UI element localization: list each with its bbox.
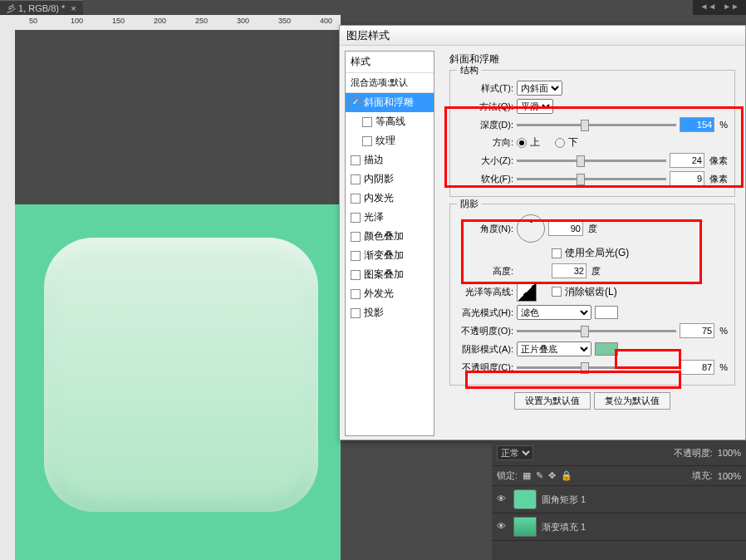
checkbox-icon[interactable] xyxy=(351,98,361,108)
dialog-title: 图层样式 xyxy=(340,26,745,46)
fill-value[interactable]: 100% xyxy=(718,471,741,481)
shading-group: 阴影 角度(N): 度 使用全局光(G) 高度: 度 xyxy=(449,204,735,386)
horizontal-ruler: 50 100 150 200 250 300 350 400 xyxy=(0,15,341,30)
vertical-ruler xyxy=(0,30,15,560)
checkbox-icon[interactable] xyxy=(351,232,361,242)
styles-list: 样式 混合选项:默认 斜面和浮雕 等高线 纹理 描边 内阴影 内发光 光泽 颜色… xyxy=(345,51,434,436)
layer-thumbnail[interactable] xyxy=(513,489,537,509)
lock-brush-icon[interactable]: ✎ xyxy=(536,470,543,481)
style-drop-shadow[interactable]: 投影 xyxy=(346,303,434,322)
styles-header[interactable]: 样式 xyxy=(346,52,434,73)
tab-close-icon[interactable]: × xyxy=(71,3,76,13)
style-gradient-overlay[interactable]: 渐变叠加 xyxy=(346,246,434,265)
style-satin[interactable]: 光泽 xyxy=(346,208,434,227)
layer-name[interactable]: 渐变填充 1 xyxy=(542,521,586,533)
checkbox-icon[interactable] xyxy=(351,251,361,261)
checkbox-icon[interactable] xyxy=(362,136,372,146)
style-inner-glow[interactable]: 内发光 xyxy=(346,189,434,208)
layer-row[interactable]: 渐变填充 1 xyxy=(492,513,746,541)
depth-slider[interactable] xyxy=(517,124,676,126)
checkbox-icon[interactable] xyxy=(351,213,361,223)
direction-up-radio[interactable] xyxy=(517,138,527,148)
global-light-checkbox[interactable] xyxy=(552,248,562,258)
soften-slider[interactable] xyxy=(517,178,666,180)
lock-all-icon[interactable]: 🔒 xyxy=(561,470,572,481)
depth-input[interactable] xyxy=(680,117,714,132)
style-pattern-overlay[interactable]: 图案叠加 xyxy=(346,265,434,284)
style-select[interactable]: 内斜面 xyxy=(517,81,562,96)
layer-name[interactable]: 圆角矩形 1 xyxy=(542,494,586,506)
reset-default-button[interactable]: 复位为默认值 xyxy=(594,392,670,410)
shadow-opacity-slider[interactable] xyxy=(517,366,676,369)
checkbox-icon[interactable] xyxy=(351,194,361,204)
style-inner-shadow[interactable]: 内阴影 xyxy=(346,169,434,189)
rounded-rectangle-shape[interactable] xyxy=(44,238,318,512)
size-input[interactable] xyxy=(670,153,704,168)
gloss-contour-picker[interactable] xyxy=(517,282,537,302)
visibility-icon[interactable] xyxy=(497,521,508,533)
opacity-value[interactable]: 100% xyxy=(718,448,741,458)
blend-mode-select[interactable]: 正常 xyxy=(497,445,533,460)
shadow-mode-select[interactable]: 正片叠底 xyxy=(517,341,591,356)
shadow-color-swatch[interactable] xyxy=(595,342,618,356)
make-default-button[interactable]: 设置为默认值 xyxy=(514,392,591,410)
canvas[interactable] xyxy=(15,30,341,560)
highlight-opacity-input[interactable] xyxy=(680,323,714,338)
style-contour[interactable]: 等高线 xyxy=(346,112,434,131)
checkbox-icon[interactable] xyxy=(351,289,361,299)
tab-title: 彡 1, RGB/8) * xyxy=(7,3,65,13)
highlight-color-swatch[interactable] xyxy=(595,306,618,319)
checkbox-icon[interactable] xyxy=(362,117,372,127)
lock-transparency-icon[interactable]: ▦ xyxy=(523,470,531,481)
layers-panel: 正常 不透明度: 100% 锁定: ▦ ✎ ✥ 🔒 填充: 100% 圆角矩形 … xyxy=(492,440,746,560)
blend-options[interactable]: 混合选项:默认 xyxy=(346,73,434,93)
altitude-input[interactable] xyxy=(552,263,586,278)
bevel-settings: 斜面和浮雕 结构 样式(T): 内斜面 方法(Q): 平滑 深度(D): % xyxy=(439,46,745,441)
style-outer-glow[interactable]: 外发光 xyxy=(346,284,434,303)
visibility-icon[interactable] xyxy=(497,494,508,505)
next-icon[interactable]: ►► xyxy=(723,2,739,13)
style-stroke[interactable]: 描边 xyxy=(346,150,434,169)
angle-input[interactable] xyxy=(548,221,583,236)
checkbox-icon[interactable] xyxy=(351,270,361,280)
section-title: 斜面和浮雕 xyxy=(449,52,735,66)
shadow-opacity-input[interactable] xyxy=(680,360,714,375)
structure-group: 结构 样式(T): 内斜面 方法(Q): 平滑 深度(D): % 方向: xyxy=(449,70,735,197)
prev-icon[interactable]: ◄◄ xyxy=(699,2,716,13)
lock-position-icon[interactable]: ✥ xyxy=(548,470,556,481)
checkbox-icon[interactable] xyxy=(351,155,361,165)
canvas-background xyxy=(15,204,341,560)
document-tab[interactable]: 彡 1, RGB/8) * × xyxy=(0,0,83,15)
style-color-overlay[interactable]: 颜色叠加 xyxy=(346,227,434,246)
direction-down-radio[interactable] xyxy=(555,138,565,148)
highlight-mode-select[interactable]: 滤色 xyxy=(517,305,591,320)
layer-style-dialog: 图层样式 样式 混合选项:默认 斜面和浮雕 等高线 纹理 描边 内阴影 内发光 … xyxy=(339,25,746,440)
layer-thumbnail[interactable] xyxy=(513,517,537,537)
style-bevel-emboss[interactable]: 斜面和浮雕 xyxy=(346,93,434,112)
method-select[interactable]: 平滑 xyxy=(517,99,553,114)
highlight-opacity-slider[interactable] xyxy=(517,330,676,332)
checkbox-icon[interactable] xyxy=(351,174,361,184)
size-slider[interactable] xyxy=(517,160,666,162)
style-texture[interactable]: 纹理 xyxy=(346,131,434,150)
soften-input[interactable] xyxy=(670,171,704,186)
checkbox-icon[interactable] xyxy=(351,308,361,318)
antialias-checkbox[interactable] xyxy=(552,287,562,297)
angle-dial[interactable] xyxy=(517,214,545,243)
panel-tabs-nav: ◄◄ ►► xyxy=(693,0,746,15)
layer-row[interactable]: 圆角矩形 1 xyxy=(492,486,746,513)
